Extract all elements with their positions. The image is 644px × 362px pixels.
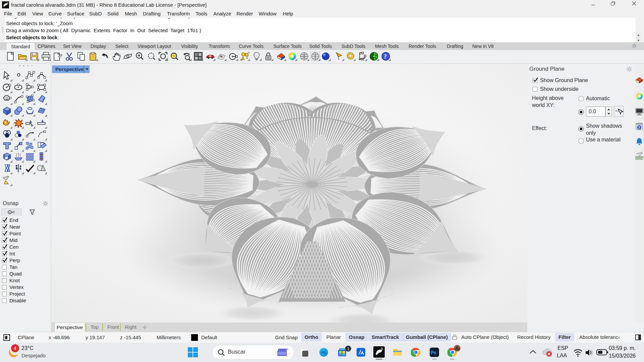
svg-text:8: 8	[381, 347, 383, 351]
svg-text:Ps: Ps	[431, 350, 436, 355]
svg-text:?: ?	[384, 53, 387, 60]
svg-text:8: 8	[7, 2, 8, 5]
svg-text:1: 1	[347, 347, 350, 351]
svg-text:?: ?	[638, 125, 640, 130]
svg-text:4: 4	[14, 346, 16, 351]
